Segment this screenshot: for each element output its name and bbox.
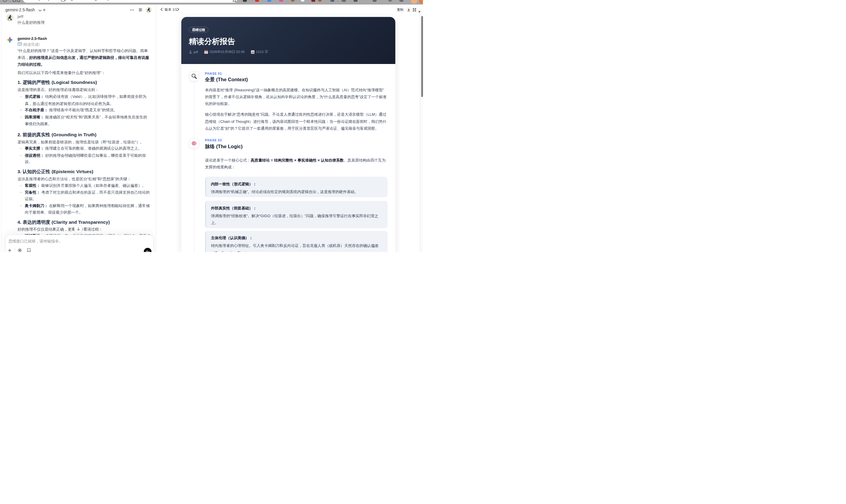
- svg-text:17: 17: [205, 52, 207, 54]
